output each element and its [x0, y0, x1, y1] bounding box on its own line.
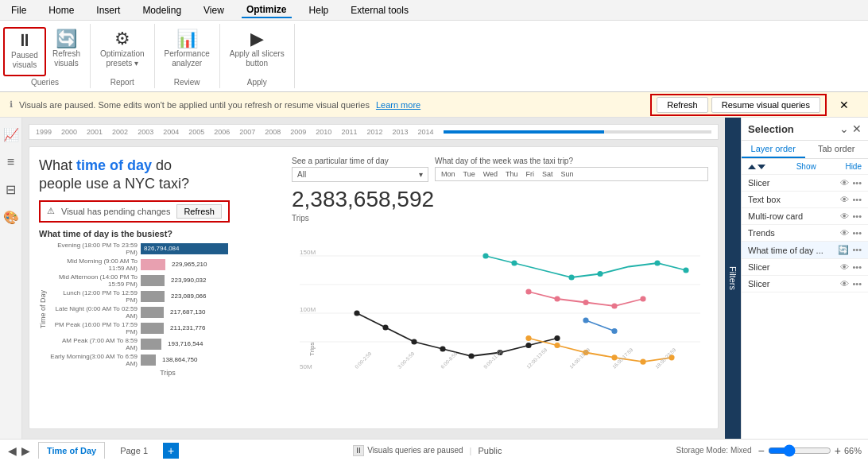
divider: |	[470, 446, 472, 455]
time-filter-value: All	[297, 170, 306, 179]
more-icon[interactable]: •••	[852, 245, 862, 255]
more-icon[interactable]: •••	[852, 279, 862, 289]
zoom-slider[interactable]	[768, 444, 831, 457]
status-bar: ◀ ▶ Time of Day Page 1 + ⏸ Visuals queri…	[0, 439, 868, 461]
svg-text:50M: 50M	[300, 363, 312, 370]
expand-icon[interactable]: ⌄	[839, 122, 849, 135]
apply-all-slicers-button[interactable]: ▶ Apply all slicers button	[223, 27, 291, 76]
resume-visual-queries-button[interactable]: Resume visual queries	[711, 97, 820, 113]
optimization-label: Optimization presets ▾	[100, 49, 145, 68]
svg-text:Trips: Trips	[308, 342, 316, 356]
eye-icon[interactable]: 👁	[840, 279, 849, 289]
menu-optimize[interactable]: Optimize	[242, 2, 292, 18]
add-page-button[interactable]: +	[163, 443, 179, 459]
format-icon[interactable]: 🎨	[0, 207, 22, 228]
info-icon: ℹ	[10, 99, 13, 110]
timeline-year: 2011	[341, 128, 357, 136]
timeline-year: 2012	[366, 128, 382, 136]
eye-icon[interactable]: 👁	[840, 228, 849, 238]
tab-page-1[interactable]: Page 1	[111, 442, 157, 459]
eye-icon[interactable]: 👁	[840, 211, 849, 221]
svg-point-33	[640, 359, 645, 365]
performance-analyzer-button[interactable]: 📊 Performance analyzer	[158, 27, 216, 76]
tab-layer-order[interactable]: Layer order	[742, 141, 805, 158]
svg-point-17	[511, 260, 517, 265]
svg-point-18	[568, 274, 574, 280]
svg-point-15	[554, 335, 560, 341]
chart-icon[interactable]: 📈	[0, 124, 22, 145]
menu-insert[interactable]: Insert	[91, 3, 125, 17]
pending-refresh-button[interactable]: Refresh	[176, 204, 222, 219]
bar-label: AM Peak (7:00 AM To 8:59 AM)	[50, 337, 138, 351]
review-group-label: Review	[158, 76, 216, 87]
bar-row: Late Night (0:00 AM To 02:59 AM) 217,687…	[50, 305, 285, 320]
bar-fill: 223,089,066	[141, 291, 165, 302]
info-text: Visuals are paused. Some edits won't be …	[19, 100, 370, 110]
textbox-label: Text box	[748, 195, 781, 204]
textbox-icons: 👁 •••	[840, 195, 862, 204]
more-icon[interactable]: •••	[852, 211, 862, 221]
tab-tab-order[interactable]: Tab order	[805, 141, 869, 158]
more-icon[interactable]: •••	[852, 262, 862, 272]
zoom-level-text: 66%	[844, 446, 862, 455]
day-fri[interactable]: Fri	[524, 169, 537, 179]
refresh-resume-box: Refresh Resume visual queries	[650, 94, 827, 116]
zoom-minus-button[interactable]: −	[758, 444, 765, 457]
more-icon[interactable]: •••	[852, 195, 862, 204]
page-next-button[interactable]: ▶	[20, 444, 32, 457]
timeline-fill	[444, 130, 605, 134]
hide-link[interactable]: Hide	[845, 162, 862, 171]
refresh-button[interactable]: Refresh	[657, 97, 708, 113]
optimization-presets-button[interactable]: ⚙ Optimization presets ▾	[94, 27, 151, 76]
public-label: Public	[478, 446, 502, 455]
timeline-track[interactable]	[444, 130, 712, 134]
eye-icon[interactable]: 👁	[840, 195, 849, 204]
refresh-visuals-label: Refresh visuals	[52, 49, 80, 68]
timeline-year: 2013	[392, 128, 408, 136]
menu-external-tools[interactable]: External tools	[346, 3, 413, 17]
day-mon[interactable]: Mon	[439, 169, 458, 179]
day-wed[interactable]: Wed	[481, 169, 500, 179]
bar-label: Mid Morning (9:00 AM To 11:59 AM)	[50, 258, 138, 272]
day-thu[interactable]: Thu	[503, 169, 521, 179]
menu-help[interactable]: Help	[304, 3, 334, 17]
info-bar-close-button[interactable]: ✕	[830, 96, 858, 114]
report-group-label: Report	[94, 76, 151, 87]
menu-file[interactable]: File	[6, 3, 31, 17]
filter-icon[interactable]: ⊟	[2, 179, 19, 200]
paused-visuals-button[interactable]: ⏸ Paused visuals	[3, 27, 46, 76]
menu-modeling[interactable]: Modeling	[138, 3, 186, 17]
svg-text:14:00-15:59: 14:00-15:59	[568, 347, 591, 370]
day-sat[interactable]: Sat	[540, 169, 556, 179]
apply-label: Apply all slicers button	[230, 49, 285, 68]
menu-view[interactable]: View	[199, 3, 229, 17]
eye-icon[interactable]: 👁	[840, 262, 849, 272]
more-icon[interactable]: •••	[852, 228, 862, 238]
filters-tab[interactable]: Filters	[725, 118, 741, 439]
learn-more-link[interactable]: Learn more	[376, 100, 420, 110]
refresh-visuals-button[interactable]: 🔄 Refresh visuals	[46, 27, 87, 76]
tab-time-of-day[interactable]: Time of Day	[38, 442, 105, 459]
svg-point-29	[525, 335, 531, 341]
menu-home[interactable]: Home	[44, 3, 79, 17]
close-selection-icon[interactable]: ✕	[852, 122, 862, 135]
show-link[interactable]: Show	[796, 162, 816, 171]
refresh-small-icon[interactable]: 🔄	[838, 245, 849, 255]
bar-value: 193,716,544	[165, 340, 207, 347]
fields-icon[interactable]: ≡	[4, 152, 17, 172]
timeline-year: 2001	[87, 128, 103, 136]
eye-icon[interactable]: 👁	[840, 178, 849, 188]
more-icon[interactable]: •••	[852, 178, 862, 188]
day-tue[interactable]: Tue	[461, 169, 478, 179]
zoom-plus-button[interactable]: +	[835, 444, 841, 457]
filters-tab-label: Filters	[728, 266, 738, 290]
day-sun[interactable]: Sun	[559, 169, 576, 179]
timeline-year: 2000	[61, 128, 77, 136]
time-filter-select[interactable]: All ▾	[292, 167, 428, 182]
bar-row: Lunch (12:00 PM To 12:59 PM) 223,089,066	[50, 289, 285, 304]
timeline-slider[interactable]: 1999 2000 2001 2002 2003 2004 2005 2006 …	[29, 124, 719, 140]
selection-panel: Selection ⌄ ✕ Layer order Tab order Show…	[741, 118, 868, 439]
ribbon-group-apply: ▶ Apply all slicers button Apply	[220, 24, 295, 88]
page-prev-button[interactable]: ◀	[6, 444, 18, 457]
trends-icons: 👁 •••	[840, 228, 862, 238]
